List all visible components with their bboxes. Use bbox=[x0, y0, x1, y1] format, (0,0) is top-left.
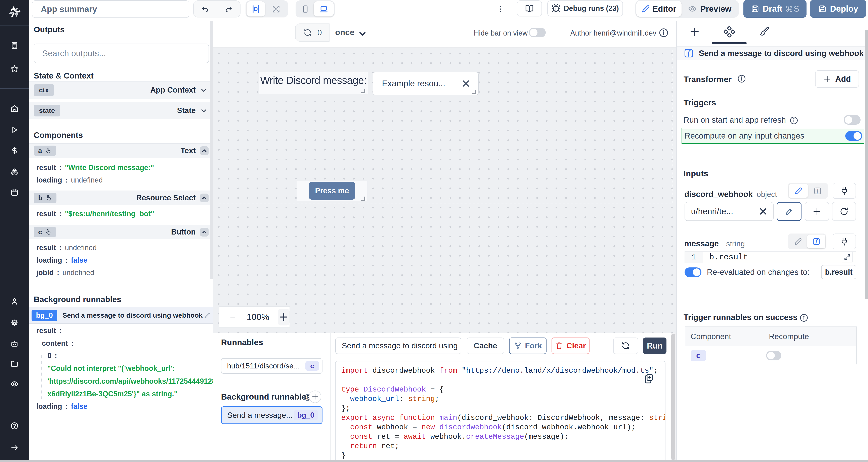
svg-text:f: f bbox=[688, 49, 690, 57]
svg-text:f: f bbox=[815, 238, 818, 244]
svg-text:f: f bbox=[816, 188, 819, 194]
